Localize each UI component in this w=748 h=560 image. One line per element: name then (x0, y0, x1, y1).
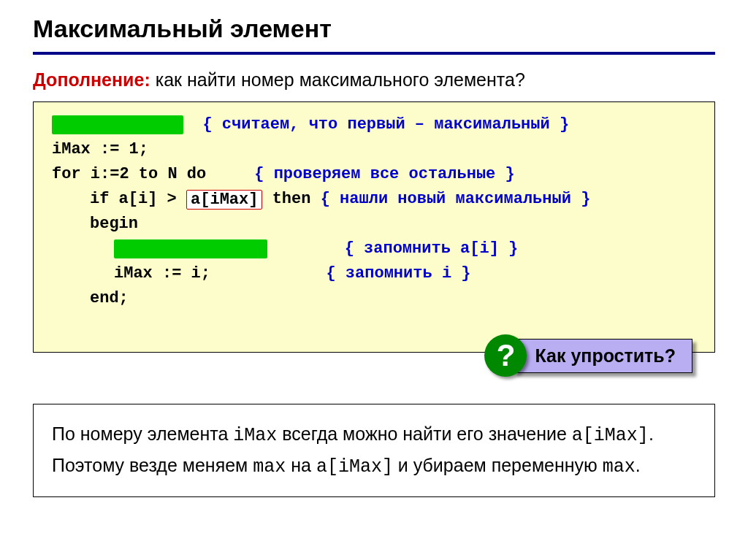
note-mono: max (603, 456, 636, 477)
code-comment: { нашли новый максимальный } (321, 190, 591, 208)
note-text: По номеру элемента (52, 423, 233, 444)
highlighted-code: a[iMax] (186, 190, 262, 210)
code-comment: { считаем, что первый – максимальный } (202, 115, 569, 134)
note-text: всегда можно найти его значение (277, 423, 572, 444)
redacted-strip (114, 239, 267, 258)
question-box: Как упростить? (514, 339, 692, 373)
redacted-strip (52, 115, 183, 134)
note-text: и убираем переменную (393, 455, 603, 475)
code-comment: { запомнить i } (326, 264, 470, 283)
code-text: if a[i] > (90, 190, 186, 208)
note-mono: max (253, 456, 286, 477)
code-text: begin (90, 215, 138, 233)
code-text: iMax := 1; (52, 140, 148, 158)
subtitle-text: как найти номер максимального элемента? (150, 69, 525, 90)
note-text: на (286, 455, 316, 475)
note-mono: a[iMax] (316, 456, 393, 477)
note-mono: iMax (233, 425, 277, 446)
code-text: for i:=2 to N do (52, 165, 254, 183)
code-comment: { проверяем все остальные } (254, 165, 514, 183)
code-text: end; (90, 289, 129, 307)
subtitle: Дополнение: как найти номер максимальног… (33, 69, 715, 91)
subtitle-label: Дополнение: (33, 69, 150, 90)
slide-title: Максимальный элемент (33, 15, 715, 55)
code-text: then (262, 190, 320, 208)
code-comment: { запомнить a[i] } (345, 239, 519, 258)
note-box: По номеру элемента iMax всегда можно най… (33, 404, 715, 497)
question-callout: ? Как упростить? (484, 334, 692, 377)
note-text: . (636, 455, 641, 475)
code-block: { считаем, что первый – максимальный } i… (33, 101, 715, 353)
code-text: iMax := i; (114, 264, 326, 283)
note-mono: a[iMax] (572, 425, 649, 446)
